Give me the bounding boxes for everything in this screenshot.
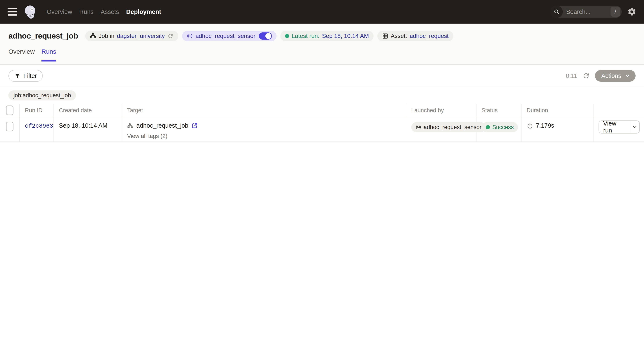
actions-button[interactable]: Actions: [595, 70, 636, 82]
filter-funnel-icon: [14, 73, 20, 79]
asset-grid-icon: [382, 33, 388, 39]
column-header-created-date: Created date: [54, 104, 122, 117]
latest-run-tag: Latest run: Sep 18, 10:14 AM: [280, 31, 374, 41]
timer-icon: [526, 122, 533, 129]
page-header: adhoc_request_job Job in dagster_univers…: [0, 24, 644, 65]
chevron-down-icon: [632, 124, 638, 130]
row-select-cell: [0, 117, 20, 142]
sensor-icon: [416, 124, 421, 130]
asset-link[interactable]: adhoc_request: [410, 33, 448, 39]
created-date-value: Sep 18, 10:14 AM: [59, 122, 108, 129]
search-input[interactable]: [563, 9, 610, 15]
open-in-new-icon[interactable]: [191, 122, 198, 129]
page-tabs: Overview Runs: [8, 48, 636, 62]
tab-overview[interactable]: Overview: [8, 48, 35, 62]
sensor-link[interactable]: adhoc_request_sensor: [196, 33, 256, 39]
primary-nav: Overview Runs Assets Deployment: [47, 9, 161, 15]
table-header-row: Run ID Created date Target Launched by S…: [0, 104, 644, 117]
table-row: cf2c8963 Sep 18, 10:14 AM adhoc_request_…: [0, 117, 644, 142]
column-header-run-id: Run ID: [20, 104, 54, 117]
runs-table: Run ID Created date Target Launched by S…: [0, 104, 644, 142]
tab-runs[interactable]: Runs: [42, 48, 56, 62]
latest-run-link[interactable]: Sep 18, 10:14 AM: [322, 33, 369, 39]
duration-value: 7.179s: [536, 122, 554, 129]
duration-cell: 7.179s: [522, 117, 594, 142]
active-filters-row: job:adhoc_request_job: [0, 87, 644, 104]
status-value: Success: [492, 124, 514, 131]
filter-button[interactable]: Filter: [8, 70, 43, 82]
job-icon: [127, 123, 134, 129]
nav-item-assets[interactable]: Assets: [101, 9, 119, 15]
view-all-tags-link[interactable]: View all tags (2): [127, 133, 168, 139]
sensor-toggle[interactable]: [259, 33, 272, 40]
code-location-link[interactable]: dagster_university: [117, 33, 164, 39]
reload-location-icon[interactable]: [167, 33, 174, 39]
sensor-tag: adhoc_request_sensor: [182, 31, 276, 41]
search-shortcut-key: /: [610, 7, 620, 17]
asset-tag-label: Asset:: [391, 33, 407, 39]
page-title: adhoc_request_job: [8, 32, 78, 41]
status-badge: Success: [482, 122, 518, 132]
view-run-split-button: View run: [598, 120, 640, 134]
global-search[interactable]: /: [550, 6, 622, 18]
nav-item-deployment[interactable]: Deployment: [126, 9, 161, 15]
target-cell: adhoc_request_job View all tags (2): [122, 117, 406, 142]
column-header-duration: Duration: [522, 104, 594, 117]
top-nav: Overview Runs Assets Deployment /: [0, 0, 644, 24]
launched-by-sensor-tag[interactable]: adhoc_request_sensor: [411, 122, 486, 132]
latest-run-status-dot: [285, 34, 289, 38]
nav-item-overview[interactable]: Overview: [47, 9, 72, 15]
refresh-countdown: 0:11: [566, 73, 577, 79]
job-icon: [90, 33, 96, 39]
status-dot: [486, 125, 490, 129]
dagster-logo-icon[interactable]: [24, 5, 38, 19]
filter-chip-job[interactable]: job:adhoc_request_job: [8, 90, 76, 101]
filter-button-label: Filter: [23, 73, 37, 79]
target-job-name: adhoc_request_job: [136, 122, 188, 129]
chevron-down-icon: [625, 73, 630, 79]
row-checkbox[interactable]: [6, 122, 14, 131]
sensor-icon: [187, 33, 193, 39]
asset-tag: Asset: adhoc_request: [377, 31, 453, 41]
runs-toolbar: Filter 0:11 Actions: [0, 65, 644, 87]
actions-button-label: Actions: [601, 73, 621, 79]
run-id-link[interactable]: cf2c8963: [25, 123, 53, 129]
nav-item-runs[interactable]: Runs: [79, 9, 94, 15]
select-all-checkbox[interactable]: [6, 106, 14, 115]
created-date-cell: Sep 18, 10:14 AM: [54, 117, 122, 142]
view-run-button[interactable]: View run: [599, 121, 630, 133]
job-location-tag: Job in dagster_university: [85, 31, 178, 41]
launched-by-value: adhoc_request_sensor: [424, 124, 482, 131]
settings-gear-icon[interactable]: [627, 7, 636, 17]
run-id-cell: cf2c8963: [20, 117, 54, 142]
latest-run-label: Latest run:: [292, 33, 320, 39]
search-icon: [550, 6, 563, 18]
column-header-status: Status: [476, 104, 522, 117]
refresh-icon[interactable]: [582, 72, 590, 80]
row-actions-cell: View run: [594, 117, 644, 142]
hamburger-menu-icon[interactable]: [8, 8, 17, 16]
job-tag-label: Job in: [99, 33, 114, 39]
column-header-launched-by: Launched by: [406, 104, 476, 117]
column-header-actions: [594, 104, 644, 117]
select-all-cell: [0, 104, 20, 117]
status-cell: Success: [476, 117, 522, 142]
view-run-dropdown-caret[interactable]: [630, 121, 639, 133]
column-header-target: Target: [122, 104, 406, 117]
launched-by-cell: adhoc_request_sensor: [406, 117, 476, 142]
